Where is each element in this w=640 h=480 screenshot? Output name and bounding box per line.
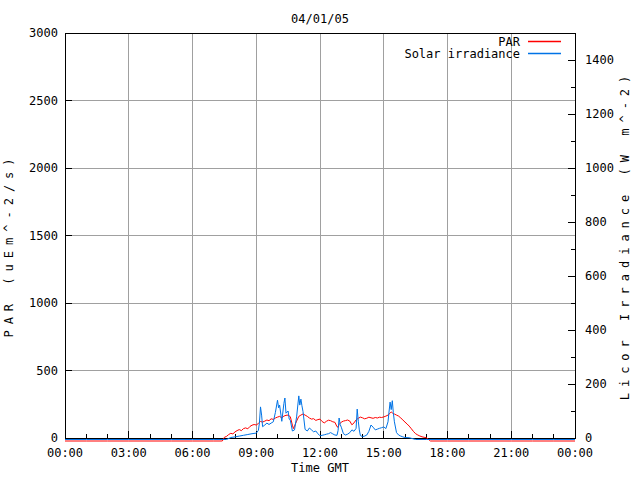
y-right-tick-label: 600 xyxy=(585,269,607,283)
legend-label-solar-irradiance: Solar irradiance xyxy=(404,47,520,61)
y-right-tick-label: 800 xyxy=(585,215,607,229)
y-left-tick-label: 2500 xyxy=(29,94,58,108)
y-right-tick-label: 200 xyxy=(585,377,607,391)
par-solar-irradiance-chart: 00:0003:0006:0009:0012:0015:0018:0021:00… xyxy=(0,0,640,480)
x-axis-label: Time GMT xyxy=(291,461,349,475)
x-tick-label: 06:00 xyxy=(174,446,210,460)
y-left-tick-label: 2000 xyxy=(29,161,58,175)
chart-title: 04/01/05 xyxy=(291,12,349,26)
x-tick-label: 09:00 xyxy=(238,446,274,460)
y-left-tick-label: 3000 xyxy=(29,26,58,40)
x-tick-label: 03:00 xyxy=(111,446,147,460)
y-left-tick-label: 0 xyxy=(51,431,58,445)
x-tick-label: 21:00 xyxy=(493,446,529,460)
y-left-tick-label: 500 xyxy=(36,364,58,378)
x-tick-label: 00:00 xyxy=(557,446,593,460)
gridlines xyxy=(65,33,575,438)
y-left-tick-label: 1500 xyxy=(29,229,58,243)
x-tick-label: 15:00 xyxy=(366,446,402,460)
y-right-tick-label: 1000 xyxy=(585,161,614,175)
chart-canvas: 00:0003:0006:0009:0012:0015:0018:0021:00… xyxy=(0,0,640,480)
y-right-tick-label: 0 xyxy=(585,431,592,445)
x-tick-label: 12:00 xyxy=(302,446,338,460)
x-tick-label: 18:00 xyxy=(429,446,465,460)
y-right-tick-label: 1200 xyxy=(585,107,614,121)
x-tick-label: 00:00 xyxy=(47,446,83,460)
y-left-tick-label: 1000 xyxy=(29,296,58,310)
y-right-tick-label: 1400 xyxy=(585,53,614,67)
axes-and-ticks: 00:0003:0006:0009:0012:0015:0018:0021:00… xyxy=(29,26,614,460)
legend: PAR Solar irradiance xyxy=(404,35,561,61)
y-right-axis-label: Licor Irradiance (W m^-2) xyxy=(618,70,632,401)
y-right-tick-label: 400 xyxy=(585,323,607,337)
y-left-axis-label: PAR (uEm^-2/s) xyxy=(2,152,16,337)
